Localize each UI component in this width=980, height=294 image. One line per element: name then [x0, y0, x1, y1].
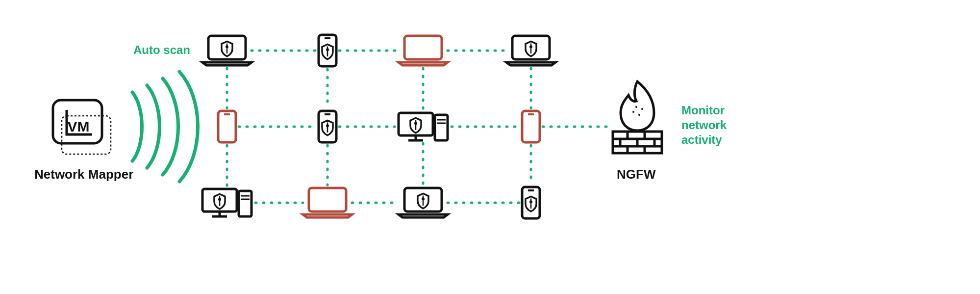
- network-mapper-icon: VM: [53, 100, 111, 154]
- firewall-icon: [613, 81, 662, 153]
- desktop-device-icon: [399, 113, 448, 140]
- phone-device-icon: [319, 35, 336, 66]
- laptop-device-icon: [202, 36, 251, 65]
- phone-device-icon: [319, 111, 336, 142]
- network-mapper-label: Network Mapper: [34, 167, 133, 182]
- connection-lines: [227, 51, 610, 203]
- phone-device-icon: [218, 111, 236, 142]
- monitor-network-activity-label: Monitor network activity: [681, 103, 727, 147]
- phone-device-icon: [522, 187, 540, 218]
- laptop-device-icon: [399, 36, 448, 65]
- phone-device-icon: [522, 111, 540, 142]
- laptop-device-icon: [399, 188, 448, 217]
- ngfw-label: NGFW: [617, 167, 655, 182]
- vm-text: VM: [68, 118, 90, 134]
- auto-scan-label: Auto scan: [133, 43, 190, 57]
- scan-waves-icon: [132, 72, 198, 182]
- desktop-device-icon: [202, 189, 251, 216]
- laptop-device-icon: [506, 36, 555, 65]
- laptop-device-icon: [303, 188, 352, 217]
